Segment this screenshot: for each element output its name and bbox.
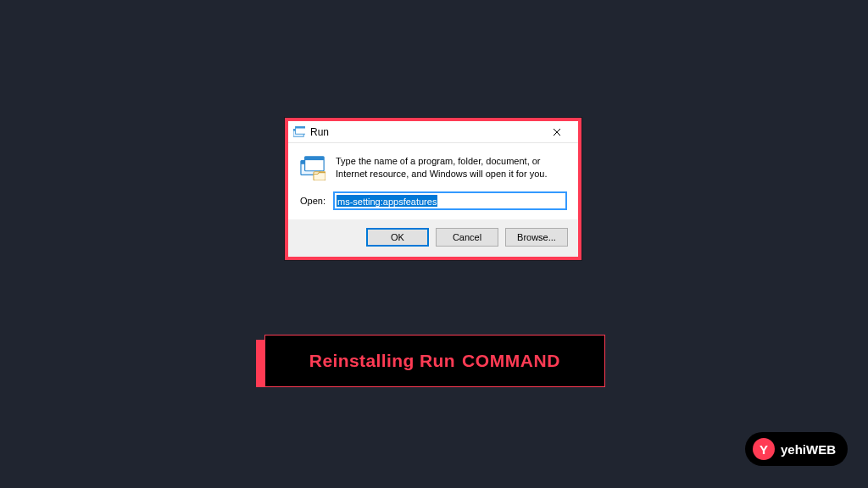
browse-button[interactable]: Browse...	[505, 228, 568, 247]
run-app-icon	[293, 126, 305, 138]
run-dialog: Run	[288, 121, 578, 257]
run-dialog-frame: Run	[285, 118, 581, 260]
open-input[interactable]: ms-setting:appsfeatures	[334, 192, 566, 209]
caption-text-a: Reinstalling Run	[309, 351, 455, 371]
close-icon	[553, 128, 561, 136]
window-title: Run	[310, 126, 329, 138]
brand-text-b: WEB	[806, 442, 836, 457]
ok-button[interactable]: OK	[366, 228, 429, 247]
brand-mark-icon: Y	[753, 438, 775, 460]
run-icon	[300, 155, 326, 180]
cancel-button[interactable]: Cancel	[436, 228, 498, 247]
open-label: Open:	[300, 196, 326, 206]
svg-rect-10	[314, 172, 326, 180]
brand-logo: Y yehiWEB	[745, 432, 848, 466]
close-button[interactable]	[539, 123, 575, 141]
brand-text-a: yehi	[781, 442, 806, 457]
caption-main: Reinstalling Run COMMAND	[264, 335, 605, 387]
brand-text: yehiWEB	[781, 442, 836, 457]
svg-rect-3	[296, 126, 305, 128]
caption-accent-bar	[256, 340, 264, 387]
button-strip: OK Cancel Browse...	[288, 219, 578, 257]
message-row: Type the name of a program, folder, docu…	[300, 155, 566, 180]
caption-text-b: COMMAND	[462, 351, 560, 371]
open-input-value: ms-setting:appsfeatures	[337, 195, 437, 207]
open-row: Open: ms-setting:appsfeatures	[300, 192, 566, 209]
svg-rect-9	[305, 157, 325, 160]
titlebar[interactable]: Run	[288, 121, 578, 143]
dialog-message: Type the name of a program, folder, docu…	[336, 155, 566, 180]
dialog-body: Type the name of a program, folder, docu…	[288, 143, 578, 219]
caption-banner: Reinstalling Run COMMAND	[256, 335, 605, 387]
